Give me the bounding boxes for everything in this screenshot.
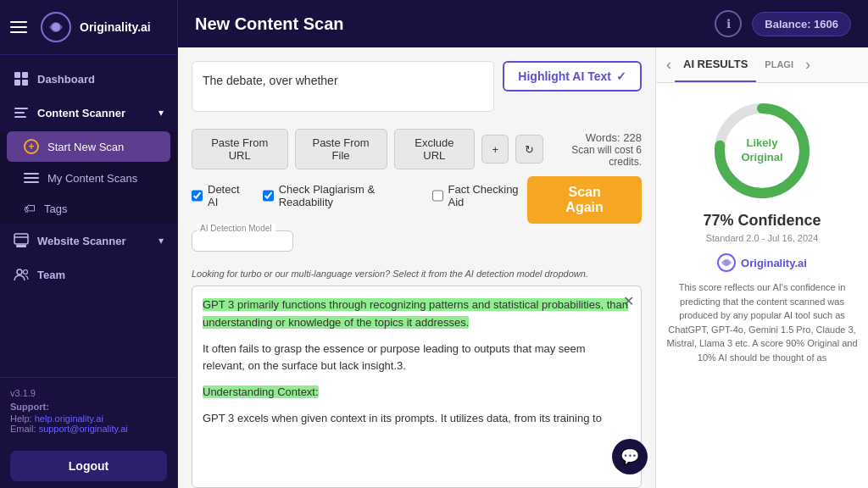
model-field-label: AI Detection Model bbox=[197, 224, 275, 233]
start-new-scan-label: Start New Scan bbox=[47, 141, 124, 153]
text-preview: The debate, over whether bbox=[203, 72, 483, 90]
scan-again-button[interactable]: Scan Again bbox=[527, 176, 642, 224]
model-value: Standard 2.0 ⊕ bbox=[199, 235, 275, 247]
balance-badge: Balance: 1606 bbox=[752, 12, 851, 36]
support-label: Support: bbox=[10, 402, 167, 412]
svg-rect-5 bbox=[22, 80, 28, 86]
model-select-wrapper[interactable]: Standard 2.0 ⊕ ▾ bbox=[192, 230, 293, 252]
svg-point-12 bbox=[17, 269, 22, 274]
confidence-sub: Standard 2.0 - Jul 16, 2024 bbox=[706, 233, 819, 243]
detect-ai-input[interactable] bbox=[192, 190, 203, 202]
sidebar-footer: v3.1.9 Support: Help: help.originality.a… bbox=[0, 377, 177, 444]
tab-plagiarism[interactable]: PLAGI bbox=[756, 49, 802, 81]
model-dropdown-icon: ▾ bbox=[280, 235, 286, 247]
main-panel: New Content Scan ℹ Balance: 1606 The deb… bbox=[178, 0, 868, 488]
scan-cost: Scan will cost 6 credits. bbox=[550, 144, 642, 168]
brand-logo bbox=[41, 12, 71, 42]
paste-from-file-button[interactable]: Paste From File bbox=[295, 129, 387, 169]
words-count: Words: 228 bbox=[550, 131, 642, 144]
info-button[interactable]: ℹ bbox=[715, 10, 742, 37]
likely-line1: Likely bbox=[747, 136, 778, 149]
content-paragraph-1: GPT 3 primarily functions through recogn… bbox=[203, 297, 631, 332]
svg-point-13 bbox=[24, 270, 28, 274]
fact-checking-label: Fact Checking Aid bbox=[448, 183, 528, 208]
scan-controls-row: Detect AI Check Plagiarism & Readability… bbox=[192, 176, 642, 224]
my-team-label: Team bbox=[37, 269, 65, 281]
logout-button[interactable]: Logout bbox=[10, 451, 167, 481]
help-link[interactable]: help.originality.ai bbox=[35, 413, 103, 424]
check-plagiarism-label: Check Plagiarism & Readability bbox=[279, 183, 417, 208]
hamburger-menu[interactable] bbox=[10, 19, 27, 36]
scanner-icon bbox=[14, 105, 29, 120]
svg-rect-4 bbox=[14, 80, 20, 86]
plain-text-4: GPT 3 excels when given context in its p… bbox=[203, 412, 602, 424]
score-description: This score reflects our AI's confidence … bbox=[666, 280, 858, 364]
plain-text-2: It often fails to grasp the essence or p… bbox=[203, 342, 586, 373]
top-row: The debate, over whether Highlight AI Te… bbox=[192, 61, 642, 120]
sidebar-item-website-scanner[interactable]: Website Scanner ▾ bbox=[0, 224, 177, 258]
check-plagiarism-checkbox[interactable]: Check Plagiarism & Readability bbox=[263, 183, 417, 208]
fact-checking-checkbox[interactable]: Fact Checking Aid bbox=[432, 183, 528, 208]
tags-label: Tags bbox=[44, 202, 67, 215]
editor-panel: The debate, over whether Highlight AI Te… bbox=[178, 47, 656, 488]
close-popup-button[interactable]: ✕ bbox=[623, 293, 634, 309]
next-tab-button[interactable]: › bbox=[802, 53, 814, 77]
sidebar: Originality.ai Dashboard Content Scanner… bbox=[0, 0, 178, 488]
highlight-ai-text-button[interactable]: Highlight AI Text ✓ bbox=[503, 61, 642, 92]
sidebar-item-content-scanner[interactable]: Content Scanner ▾ bbox=[0, 96, 177, 130]
content-paragraph-2: It often fails to grasp the essence or p… bbox=[203, 341, 631, 376]
originality-logo: Originality.ai bbox=[717, 253, 807, 272]
email-link[interactable]: support@originality.ai bbox=[39, 424, 128, 434]
tag-icon: 🏷 bbox=[24, 202, 36, 215]
content-scanner-label: Content Scanner bbox=[37, 107, 125, 119]
detect-ai-label: Detect AI bbox=[208, 183, 248, 208]
donut-label: Likely Original bbox=[741, 136, 782, 165]
page-title: New Content Scan bbox=[195, 14, 715, 34]
content-paragraph-4: GPT 3 excels when given context in its p… bbox=[203, 410, 631, 428]
svg-rect-8 bbox=[14, 116, 26, 118]
content-scanner-submenu: Start New Scan My Content Scans 🏷 Tags bbox=[0, 131, 177, 224]
sidebar-nav: Dashboard Content Scanner ▾ Start New Sc… bbox=[0, 55, 177, 377]
highlight-btn-label: Highlight AI Text bbox=[518, 69, 611, 83]
donut-text: Likely Original bbox=[741, 136, 782, 165]
highlighted-text-1: GPT 3 primarily functions through recogn… bbox=[203, 298, 628, 329]
chat-bubble[interactable]: 💬 bbox=[612, 439, 648, 474]
tab-ai-results[interactable]: AI RESULTS bbox=[675, 47, 756, 82]
paste-from-url-button[interactable]: Paste From URL bbox=[192, 129, 288, 169]
sidebar-item-dashboard[interactable]: Dashboard bbox=[0, 62, 177, 96]
lines-icon bbox=[24, 173, 39, 185]
exclude-url-button[interactable]: Exclude URL bbox=[394, 129, 475, 169]
team-icon bbox=[14, 267, 29, 282]
model-row: AI Detection Model Standard 2.0 ⊕ ▾ bbox=[192, 230, 642, 265]
checkboxes-row: Detect AI Check Plagiarism & Readability… bbox=[192, 183, 527, 208]
svg-rect-2 bbox=[14, 72, 20, 78]
prev-tab-button[interactable]: ‹ bbox=[663, 53, 675, 77]
results-tabs: ‹ AI RESULTS PLAGI › bbox=[656, 47, 868, 83]
text-preview-box[interactable]: The debate, over whether bbox=[192, 61, 494, 112]
words-info: Words: 228 Scan will cost 6 credits. bbox=[550, 131, 642, 168]
svg-point-1 bbox=[52, 23, 60, 31]
fact-checking-input[interactable] bbox=[432, 190, 443, 202]
rotate-button[interactable]: ↻ bbox=[515, 135, 543, 164]
sidebar-item-my-team[interactable]: Team bbox=[0, 258, 177, 291]
detect-ai-checkbox[interactable]: Detect AI bbox=[192, 183, 248, 208]
check-plagiarism-input[interactable] bbox=[263, 190, 274, 202]
svg-point-17 bbox=[724, 260, 730, 266]
brand-name: Originality.ai bbox=[80, 20, 151, 34]
confidence-value: 77% Confidence bbox=[703, 212, 821, 230]
svg-rect-11 bbox=[16, 245, 26, 247]
svg-rect-3 bbox=[22, 72, 28, 78]
add-button[interactable]: + bbox=[481, 135, 509, 164]
sidebar-item-my-content-scans[interactable]: My Content Scans bbox=[0, 164, 177, 193]
version-label: v3.1.9 bbox=[10, 388, 167, 398]
turbo-hint: Looking for turbo or our multi-language … bbox=[192, 269, 642, 279]
content-text-box[interactable]: ✕ GPT 3 primarily functions through reco… bbox=[192, 286, 642, 488]
content-paragraph-3: Understanding Context: bbox=[203, 384, 631, 402]
right-panel: ‹ AI RESULTS PLAGI › Likely bbox=[656, 47, 868, 488]
action-buttons-row: Paste From URL Paste From File Exclude U… bbox=[192, 129, 642, 169]
my-content-scans-label: My Content Scans bbox=[47, 172, 137, 185]
confidence-donut: Likely Original bbox=[711, 100, 813, 202]
sidebar-item-start-new-scan[interactable]: Start New Scan bbox=[7, 131, 170, 162]
sidebar-item-tags[interactable]: 🏷 Tags bbox=[0, 193, 177, 224]
svg-rect-6 bbox=[14, 108, 28, 109]
